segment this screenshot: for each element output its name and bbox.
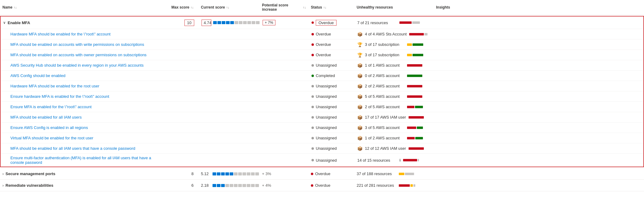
secure-ports-resources: 37 of 188 resources: [354, 170, 434, 177]
name-sort-icon[interactable]: ↑↓: [14, 6, 17, 9]
status-dot: [311, 75, 314, 77]
table-row: AWS Config should be enabled Completed 📦…: [1, 70, 643, 81]
child-link[interactable]: Hardware MFA should be enabled for the \…: [10, 32, 111, 36]
status-dot: [311, 173, 313, 175]
col-name[interactable]: Name ↑↓: [0, 4, 165, 11]
resource-icon: 📦: [357, 94, 362, 99]
status-dot: [311, 147, 314, 150]
secure-ports-potential: + 3%: [260, 170, 308, 177]
status-dot: [311, 127, 314, 129]
enable-mfa-header-row: ∨ Enable MFA 10 4.74: [1, 17, 643, 29]
child-link[interactable]: MFA should be enabled on accounts with w…: [10, 42, 144, 47]
resource-icon: 📦: [357, 136, 362, 141]
table-row: Virtual MFA should be enabled for the ro…: [1, 133, 643, 143]
status-dot: [311, 54, 314, 56]
child-name-cell: Hardware MFA should be enabled for the \…: [1, 30, 166, 38]
col-max-score[interactable]: Max score ↑↓: [165, 4, 198, 11]
potential-sort-icon[interactable]: ↑↓: [303, 6, 306, 9]
table-row: Hardware MFA should be enabled for the \…: [1, 29, 643, 39]
info-icon[interactable]: ℹ: [399, 158, 401, 162]
enable-mfa-chevron[interactable]: ∨: [3, 20, 6, 25]
remediate-resources: 221 of 281 resources: [354, 182, 434, 189]
remediate-row: › Remediate vulnerabilities 6 2.18 + 4%: [0, 180, 644, 191]
secure-ports-row: › Secure management ports 8 5.12 + 3%: [0, 168, 644, 180]
col-current-score[interactable]: Current score ↑↓: [198, 4, 260, 11]
security-table: Name ↑↓ Max score ↑↓ Current score ↑↓ Po…: [0, 0, 644, 206]
enable-mfa-insights: [434, 21, 459, 24]
table-row: Ensure MFA is enabled for the \"root\" a…: [1, 101, 643, 112]
enable-mfa-name-cell: ∨ Enable MFA: [1, 19, 166, 27]
enable-mfa-status-dot: [311, 21, 314, 24]
table-row: AWS Security Hub should be enabled in ev…: [1, 60, 643, 70]
table-row: Ensure multi-factor authentication (MFA)…: [1, 153, 643, 167]
child-link[interactable]: MFA should be enabled on accounts with o…: [10, 53, 147, 57]
child-status: Overdue: [309, 31, 355, 38]
child-link[interactable]: Ensure AWS Config is enabled in all regi…: [10, 125, 88, 130]
table-row: MFA should be enabled for all IAM users …: [1, 143, 643, 153]
child-link[interactable]: AWS Config should be enabled: [10, 73, 65, 78]
table-row: MFA should be enabled on accounts with w…: [1, 39, 643, 50]
status-dot: [311, 43, 314, 46]
remediate-maxscore: 6: [165, 182, 198, 189]
col-unhealthy-resources[interactable]: Unhealthy resources: [354, 4, 434, 11]
resource-icon: 📦: [357, 146, 362, 151]
enable-mfa-status: Overdue: [309, 19, 355, 27]
enable-mfa-section: ∨ Enable MFA 10 4.74: [0, 16, 644, 167]
secure-ports-chevron[interactable]: ›: [2, 172, 4, 176]
child-link[interactable]: MFA should be enabled for all IAM users …: [10, 146, 135, 151]
status-dot: [311, 159, 314, 161]
col-potential-increase[interactable]: Potential score increase ↑↓: [260, 2, 308, 13]
col-status[interactable]: Status ↑↓: [308, 4, 354, 11]
resource-icon: 📦: [357, 105, 362, 109]
table-row: MFA should be enabled on accounts with o…: [1, 50, 643, 60]
child-resources: 📦 4 of 4 AWS Sts Account: [355, 31, 434, 38]
enable-mfa-currentscore: 4.74: [199, 18, 260, 27]
resource-icon: 📦: [357, 63, 362, 68]
table-row: Ensure hardware MFA is enabled for the \…: [1, 91, 643, 101]
maxscore-sort-icon[interactable]: ↑↓: [191, 6, 194, 9]
resource-icon: 🏆: [357, 42, 362, 47]
status-dot: [311, 137, 314, 139]
resource-icon: 🏆: [357, 53, 362, 57]
enable-mfa-resources: 7 of 21 resources: [355, 19, 434, 26]
enable-mfa-resourcebar: [399, 21, 420, 24]
child-link[interactable]: MFA should be enabled for all IAM users: [10, 115, 82, 120]
resource-icon: 📦: [357, 32, 362, 37]
status-dot: [311, 33, 314, 35]
currentscore-sort-icon[interactable]: ↑↓: [226, 6, 229, 9]
resource-icon: 📦: [357, 125, 362, 130]
child-link[interactable]: Ensure multi-factor authentication (MFA)…: [10, 156, 163, 165]
resource-icon: 📦: [357, 115, 362, 120]
secure-ports-status: Overdue: [308, 170, 354, 177]
remediate-potential: + 4%: [260, 182, 308, 189]
enable-mfa-maxscore: 10: [166, 18, 199, 27]
remediate-currentscore: 2.18: [198, 182, 260, 189]
table-header: Name ↑↓ Max score ↑↓ Current score ↑↓ Po…: [0, 0, 644, 15]
table-row: Ensure AWS Config is enabled in all regi…: [1, 122, 643, 133]
status-dot: [311, 116, 314, 119]
child-link[interactable]: AWS Security Hub should be enabled in ev…: [10, 63, 144, 68]
remediate-chevron[interactable]: ›: [2, 183, 4, 188]
status-dot: [311, 95, 314, 98]
enable-mfa-scorebar: [213, 21, 260, 24]
table-row: MFA should be enabled for all IAM users …: [1, 112, 643, 122]
col-insights[interactable]: Insights: [434, 4, 458, 11]
child-link[interactable]: Ensure hardware MFA is enabled for the \…: [10, 94, 109, 99]
table-row: Hardware MFA should be enabled for the r…: [1, 81, 643, 91]
status-dot: [311, 64, 314, 67]
status-dot: [311, 106, 314, 108]
secure-ports-currentscore: 5.12: [198, 170, 260, 177]
resource-icon: 📦: [357, 73, 362, 78]
child-link[interactable]: Virtual MFA should be enabled for the ro…: [10, 136, 93, 140]
status-sort-icon[interactable]: ↑↓: [323, 6, 326, 9]
status-dot: [311, 85, 314, 87]
child-link[interactable]: Ensure MFA is enabled for the \"root\" a…: [10, 105, 92, 109]
secure-ports-maxscore: 8: [165, 170, 198, 177]
enable-mfa-potential: + 7%: [260, 19, 309, 27]
resource-icon: 📦: [357, 84, 362, 89]
child-link[interactable]: Hardware MFA should be enabled for the r…: [10, 84, 99, 88]
status-dot: [311, 184, 313, 187]
remediate-status: Overdue: [308, 182, 354, 189]
